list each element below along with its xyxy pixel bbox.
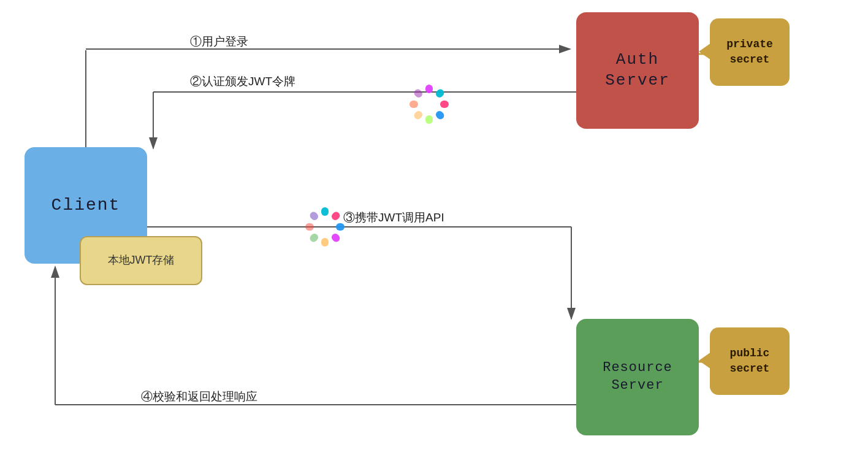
jwt-storage-label: 本地JWT存储 <box>108 253 175 267</box>
diagram-container: Client AuthServer ResourceServer 本地JWT存储… <box>0 0 868 455</box>
svg-rect-21 <box>330 210 341 221</box>
resource-server-box: ResourceServer <box>576 319 699 435</box>
svg-rect-12 <box>425 85 433 93</box>
svg-rect-13 <box>434 88 445 99</box>
step4-label: ④校验和返回处理响应 <box>141 389 257 405</box>
step2-label: ②认证颁发JWT令牌 <box>190 74 295 90</box>
auth-server-box: AuthServer <box>576 12 699 129</box>
svg-rect-24 <box>321 238 329 247</box>
svg-rect-25 <box>308 232 319 243</box>
step3-label: ③携带JWT调用API <box>343 210 444 226</box>
private-secret-label: privatesecret <box>726 37 773 67</box>
jwt-storage-box: 本地JWT存储 <box>80 236 202 285</box>
svg-rect-20 <box>321 207 329 216</box>
step1-label: ①用户登录 <box>190 34 248 50</box>
private-secret-bubble: privatesecret <box>710 18 790 86</box>
jwt-spinner-1 <box>405 80 454 129</box>
svg-rect-22 <box>336 223 345 231</box>
svg-rect-17 <box>413 109 424 120</box>
jwt-spinner-2 <box>300 202 349 251</box>
svg-rect-18 <box>409 101 418 108</box>
public-secret-label: publicsecret <box>730 346 770 377</box>
auth-server-label: AuthServer <box>605 50 670 91</box>
client-label: Client <box>51 194 121 216</box>
svg-rect-19 <box>413 88 424 99</box>
svg-rect-15 <box>434 109 445 120</box>
public-secret-bubble: publicsecret <box>710 327 790 395</box>
resource-server-label: ResourceServer <box>603 359 672 394</box>
svg-rect-27 <box>308 210 319 221</box>
svg-rect-26 <box>305 223 314 231</box>
svg-rect-16 <box>425 115 433 124</box>
svg-rect-23 <box>330 232 341 243</box>
svg-rect-14 <box>440 101 449 108</box>
